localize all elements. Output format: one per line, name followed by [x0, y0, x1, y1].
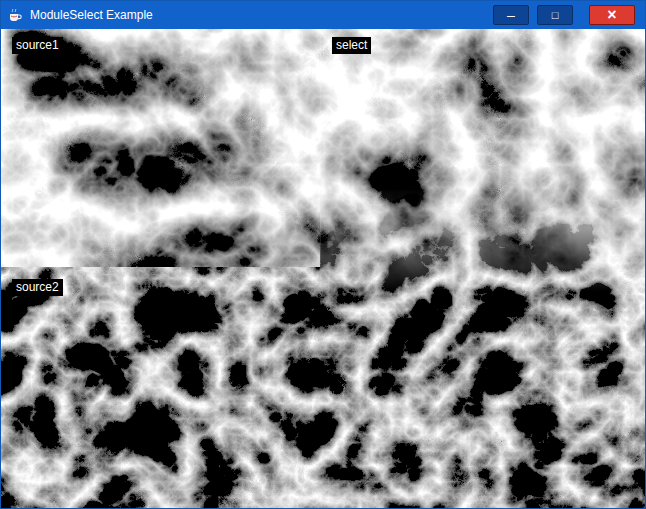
maximize-button[interactable]: □ [537, 5, 573, 25]
minimize-button[interactable]: – [493, 5, 529, 25]
window-controls: – □ × [493, 1, 645, 29]
source2-region [1, 29, 645, 508]
window-title: ModuleSelect Example [30, 8, 153, 22]
app-window: ModuleSelect Example – □ × [0, 0, 646, 509]
source2-label: source2 [12, 279, 63, 296]
select-label: select [332, 37, 371, 54]
java-coffee-cup-glyph [7, 7, 23, 23]
close-button[interactable]: × [589, 5, 635, 25]
noise-render [1, 29, 645, 508]
titlebar[interactable]: ModuleSelect Example – □ × [1, 1, 645, 29]
inset-seam [320, 29, 321, 267]
render-canvas: source1 select source2 [1, 29, 645, 508]
source1-label: source1 [12, 37, 63, 54]
java-coffee-cup-icon[interactable] [7, 7, 23, 23]
